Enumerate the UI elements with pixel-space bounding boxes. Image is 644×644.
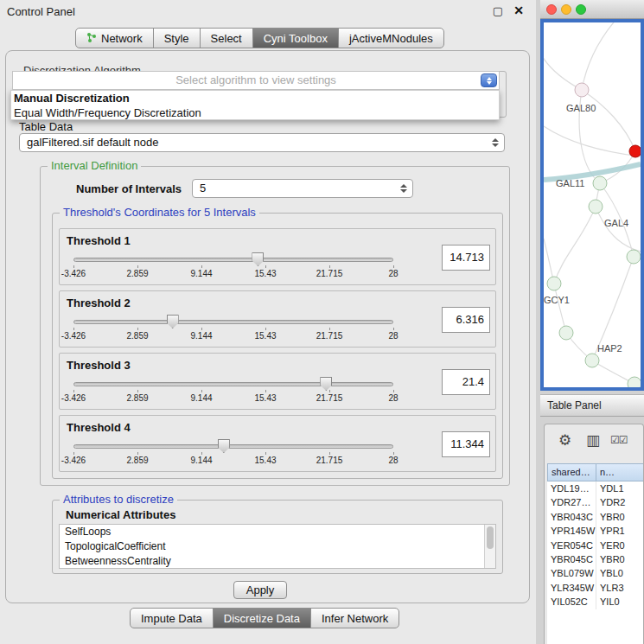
table-cell-shared-name[interactable]: YDL19… xyxy=(547,481,596,495)
apply-button[interactable]: Apply xyxy=(233,581,287,599)
slider-tick-label: 21.715 xyxy=(316,331,343,341)
threshold-value-field[interactable]: 21.4 xyxy=(442,369,490,395)
tab-discretize-data[interactable]: Discretize Data xyxy=(213,608,311,628)
table-row[interactable]: YPR145WYPR1 xyxy=(547,524,643,538)
select-columns-icon[interactable]: ☑☑ xyxy=(610,434,628,446)
slider-tick-label: 15.43 xyxy=(254,331,276,341)
threshold-slider[interactable]: -3.4262.8599.14415.4321.71528 xyxy=(73,312,393,345)
network-canvas[interactable]: GAL80 GAL11 GAL4 GCY1 HAP2 xyxy=(540,19,644,391)
table-cell-name[interactable]: YDR2 xyxy=(596,495,643,509)
list-item[interactable]: SelfLoops xyxy=(60,525,495,539)
table-row[interactable]: YDR27…YDR2 xyxy=(547,495,643,509)
tab-impute-data[interactable]: Impute Data xyxy=(130,608,214,628)
table-row[interactable]: YLR345WYLR3 xyxy=(547,581,643,595)
table-row[interactable]: YER054CYER0 xyxy=(547,539,643,552)
table-cell-shared-name[interactable]: YDR27… xyxy=(547,495,596,509)
table-row[interactable]: YDL19…YDL1 xyxy=(547,481,643,495)
table-cell-name[interactable]: YPR1 xyxy=(596,524,643,538)
slider-tick-label: 9.144 xyxy=(190,269,212,278)
zoom-traffic-light[interactable] xyxy=(576,4,586,15)
node-gal11[interactable] xyxy=(593,176,607,190)
network-view-window: GAL80 GAL11 GAL4 GCY1 HAP2 xyxy=(540,0,644,391)
threshold-value-field[interactable]: 6.316 xyxy=(442,307,490,333)
slider-tick xyxy=(329,265,330,268)
numerical-attributes-list[interactable]: SelfLoops TopologicalCoefficient Between… xyxy=(59,524,496,569)
table-cell-shared-name[interactable]: YBR043C xyxy=(547,510,596,524)
table-cell-shared-name[interactable]: YBR045C xyxy=(547,552,596,566)
table-row[interactable]: YBR045CYBR0 xyxy=(547,552,643,566)
close-icon[interactable]: ✕ xyxy=(513,3,524,17)
combobox-stepper-icon[interactable] xyxy=(492,138,499,147)
node-label: HAP2 xyxy=(597,343,622,354)
node[interactable] xyxy=(627,250,641,264)
threshold-value-field[interactable]: 11.344 xyxy=(442,431,490,457)
table-cell-shared-name[interactable]: YBL079W xyxy=(547,566,596,580)
slider-track[interactable] xyxy=(73,382,393,386)
table-row[interactable]: YIL052CYIL0 xyxy=(547,595,643,609)
float-window-icon[interactable]: ▢ xyxy=(493,4,503,17)
node-gal80[interactable] xyxy=(575,83,589,97)
node-hap2[interactable] xyxy=(585,354,599,367)
node-gcy1[interactable] xyxy=(547,277,561,290)
column-header-name[interactable]: n… xyxy=(596,463,644,481)
column-header-shared-name[interactable]: shared… xyxy=(547,463,596,481)
slider-tick-label: 15.43 xyxy=(254,269,276,278)
tab-jactivemnodules[interactable]: jActiveMNodules xyxy=(338,28,444,48)
combobox-stepper-icon[interactable] xyxy=(400,184,407,193)
table-cell-name[interactable]: YBR0 xyxy=(596,510,643,524)
table-data-combobox[interactable]: galFiltered.sif default node xyxy=(19,133,505,152)
table-cell-shared-name[interactable]: YLR345W xyxy=(547,581,596,595)
table-cell-name[interactable]: YDL1 xyxy=(596,481,643,495)
table-cell-name[interactable]: YBL0 xyxy=(596,566,643,580)
table-row[interactable]: YBR043CYBR0 xyxy=(547,510,643,524)
minimize-traffic-light[interactable] xyxy=(561,4,571,15)
table-cell-name[interactable]: YBR0 xyxy=(596,552,643,566)
selected-node[interactable] xyxy=(629,145,641,157)
threshold-3-panel: Threshold 3 21.4 -3.4262.8599.14415.4321… xyxy=(59,353,496,410)
threshold-value-field[interactable]: 14.713 xyxy=(442,245,490,271)
tab-style[interactable]: Style xyxy=(153,28,201,48)
close-traffic-light[interactable] xyxy=(546,4,557,15)
slider-ticks: -3.4262.8599.14415.4321.71528 xyxy=(73,328,393,343)
slider-thumb[interactable] xyxy=(167,315,179,328)
threshold-slider[interactable]: -3.4262.8599.14415.4321.71528 xyxy=(73,374,393,407)
dropdown-option-manual-discretization[interactable]: Manual Discretization xyxy=(11,91,499,105)
gear-icon[interactable]: ⚙ xyxy=(558,431,571,450)
table-cell-shared-name[interactable]: YER054C xyxy=(547,539,596,552)
network-window-titlebar[interactable] xyxy=(540,0,644,19)
scrollbar[interactable] xyxy=(484,525,495,568)
node[interactable] xyxy=(559,326,573,340)
algorithm-combobox[interactable]: Select algorithm to view settings xyxy=(12,71,500,90)
table-cell-shared-name[interactable]: YPR145W xyxy=(547,524,596,538)
slider-track[interactable] xyxy=(73,258,393,262)
threshold-slider[interactable]: -3.4262.8599.14415.4321.71528 xyxy=(73,250,393,283)
table-panel: ⚙ ▥ ☑☑ shared… n… YDL19…YDL1YDR27…YDR2YB… xyxy=(544,424,644,644)
tab-select[interactable]: Select xyxy=(200,28,253,48)
slider-track[interactable] xyxy=(73,444,393,449)
slider-tick xyxy=(329,328,330,330)
scrollbar-thumb[interactable] xyxy=(487,526,494,549)
number-of-intervals-combobox[interactable]: 5 xyxy=(192,179,413,198)
threshold-slider[interactable]: -3.4262.8599.14415.4321.71528 xyxy=(73,437,393,469)
list-item[interactable]: TopologicalCoefficient xyxy=(60,539,495,554)
tab-infer-network[interactable]: Infer Network xyxy=(310,608,399,628)
slider-thumb[interactable] xyxy=(252,252,264,266)
tab-network[interactable]: Network xyxy=(75,28,154,48)
tab-label: Select xyxy=(211,32,242,45)
table-cell-shared-name[interactable]: YIL052C xyxy=(547,595,596,609)
node-gal4[interactable] xyxy=(589,200,603,214)
table-cell-name[interactable]: YIL0 xyxy=(596,595,643,609)
columns-icon[interactable]: ▥ xyxy=(586,431,600,450)
table-row[interactable]: YBL079WYBL0 xyxy=(547,566,643,580)
list-item[interactable]: BetweennessCentrality xyxy=(60,554,495,569)
table-cell-name[interactable]: YLR3 xyxy=(596,581,643,595)
slider-thumb[interactable] xyxy=(320,377,332,391)
slider-tick-label: 9.144 xyxy=(190,393,212,403)
tab-cyni-toolbox[interactable]: Cyni Toolbox xyxy=(252,28,339,48)
node[interactable] xyxy=(628,377,641,387)
dropdown-option-equal-width-frequency[interactable]: Equal Width/Frequency Discretization xyxy=(11,105,499,120)
combobox-stepper-icon[interactable] xyxy=(481,73,497,87)
table-cell-name[interactable]: YER0 xyxy=(596,539,643,552)
slider-track[interactable] xyxy=(73,320,393,324)
slider-thumb[interactable] xyxy=(218,439,230,453)
